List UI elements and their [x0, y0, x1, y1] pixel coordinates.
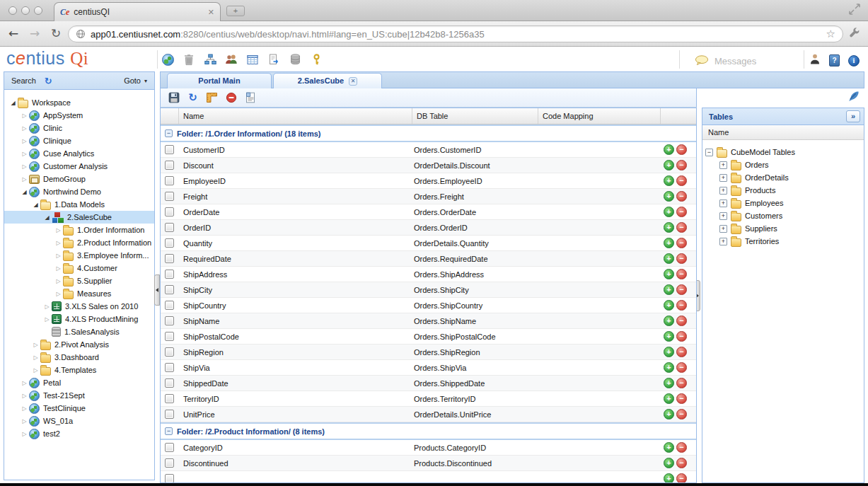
expand-arrow-icon[interactable]: ▷: [20, 163, 29, 170]
tree-item-orderdetails[interactable]: +OrderDetails: [705, 171, 861, 184]
tree-item-demogroup[interactable]: ▷DemoGroup: [4, 173, 154, 185]
bookmark-star-icon[interactable]: ☆: [826, 28, 835, 40]
row-checkbox[interactable]: [165, 285, 174, 294]
tab-portal-main[interactable]: Portal Main: [167, 73, 272, 88]
tree-item-ws-01a[interactable]: ▷WS_01a: [4, 415, 154, 427]
remove-button[interactable]: −: [676, 207, 687, 217]
expand-arrow-icon[interactable]: ▷: [20, 138, 29, 144]
group-header-row[interactable]: −Folder: /1.Order Information/ (18 items…: [161, 125, 696, 142]
expand-arrow-icon[interactable]: ▷: [20, 418, 29, 424]
collapse-arrow-icon[interactable]: ◢: [42, 214, 52, 221]
row-checkbox[interactable]: [165, 161, 174, 170]
expand-arrow-icon[interactable]: ▷: [42, 303, 52, 310]
table-row[interactable]: FreightOrders.Freight+−: [161, 189, 696, 204]
expand-node-icon[interactable]: +: [719, 238, 727, 245]
row-checkbox[interactable]: [165, 192, 174, 201]
add-button[interactable]: +: [664, 442, 674, 453]
refresh-icon[interactable]: ↻: [187, 92, 199, 104]
table-row[interactable]: ShipAddressOrders.ShipAddress+−: [161, 267, 696, 282]
remove-button[interactable]: −: [676, 347, 687, 357]
collapse-sidebar-handle[interactable]: [154, 274, 160, 306]
add-button[interactable]: +: [664, 316, 674, 326]
tree-item-petal[interactable]: ▷Petal: [4, 376, 154, 389]
add-button[interactable]: +: [664, 409, 674, 420]
help-icon[interactable]: ?: [829, 54, 840, 66]
collapse-panel-button[interactable]: »: [846, 110, 860, 122]
remove-button[interactable]: −: [676, 393, 687, 404]
tree-item-test2[interactable]: ▷test2: [4, 427, 154, 440]
table-row[interactable]: DiscountOrderDetails.Discount+−: [161, 158, 696, 173]
tree-item-products[interactable]: +Products: [705, 184, 861, 197]
remove-button[interactable]: −: [676, 253, 687, 264]
add-button[interactable]: +: [664, 458, 674, 468]
remove-button[interactable]: −: [676, 331, 687, 342]
tree-item-clinic[interactable]: ▷Clinic: [4, 122, 154, 134]
tree-item-1-salesanalysis[interactable]: 1.SalesAnalysis: [4, 325, 154, 338]
column-header-db-table[interactable]: DB Table: [412, 108, 538, 124]
tree-item-clinique[interactable]: ▷Clinique: [4, 134, 154, 147]
collapse-arrow-icon[interactable]: ◢: [31, 202, 40, 208]
add-button[interactable]: +: [664, 175, 674, 186]
expand-node-icon[interactable]: +: [719, 225, 727, 233]
row-checkbox[interactable]: [165, 474, 174, 483]
add-button[interactable]: +: [664, 284, 674, 295]
tree-item-2-product-information[interactable]: ▷2.Product Information: [4, 236, 154, 249]
add-button[interactable]: +: [664, 238, 674, 248]
table-row[interactable]: +−: [161, 471, 696, 483]
expand-arrow-icon[interactable]: ▷: [20, 151, 29, 157]
add-button[interactable]: +: [664, 300, 674, 311]
expand-window-icon[interactable]: [848, 3, 861, 18]
tree-item-4-customer[interactable]: ▷4.Customer: [4, 262, 154, 274]
expand-node-icon[interactable]: +: [719, 174, 727, 182]
expand-arrow-icon[interactable]: ▷: [20, 393, 29, 399]
add-button[interactable]: +: [664, 144, 674, 155]
table-icon[interactable]: [246, 53, 259, 66]
remove-button[interactable]: −: [676, 316, 687, 326]
tree-item-measures[interactable]: ▷Measures: [4, 287, 154, 300]
remove-button[interactable]: −: [676, 284, 687, 295]
tree-item-territories[interactable]: +Territories: [705, 235, 861, 248]
remove-button[interactable]: −: [676, 269, 687, 279]
row-checkbox[interactable]: [165, 378, 174, 388]
add-button[interactable]: +: [664, 253, 674, 264]
table-row[interactable]: TerritoryIDOrders.TerritoryID+−: [161, 391, 696, 407]
message-bubble-icon[interactable]: [695, 55, 709, 69]
remove-button[interactable]: −: [676, 238, 687, 248]
expand-node-icon[interactable]: +: [719, 187, 727, 195]
tree-item-orders[interactable]: +Orders: [705, 158, 861, 171]
collapse-arrow-icon[interactable]: ◢: [8, 100, 18, 106]
add-button[interactable]: +: [664, 378, 674, 388]
trash-icon[interactable]: [183, 53, 195, 66]
save-icon[interactable]: [168, 92, 180, 104]
database-icon[interactable]: [289, 53, 301, 66]
tree-item-cubemodel-tables[interactable]: −CubeModel Tables: [705, 146, 861, 158]
add-button[interactable]: +: [664, 191, 674, 202]
select-all-column-header[interactable]: [161, 108, 179, 124]
tree-item-2-salescube[interactable]: ◢2.SalesCube: [4, 211, 154, 224]
goto-dropdown[interactable]: Goto▾: [124, 76, 147, 85]
minimize-window-button[interactable]: [21, 6, 30, 15]
tree-item-4-templates[interactable]: ▷4.Templates: [4, 364, 154, 376]
tree-item-northwind-demo[interactable]: ◢Northwind Demo: [4, 185, 154, 198]
row-checkbox[interactable]: [165, 176, 174, 185]
tree-item-1-data-models[interactable]: ◢1.Data Models: [4, 198, 154, 211]
table-row[interactable]: ShipCityOrders.ShipCity+−: [161, 282, 696, 298]
row-checkbox[interactable]: [165, 301, 174, 310]
export-icon[interactable]: [267, 53, 280, 66]
table-row[interactable]: EmployeeIDOrders.EmployeeID+−: [161, 173, 696, 189]
remove-button[interactable]: −: [676, 191, 687, 202]
back-button[interactable]: ←: [8, 25, 18, 42]
row-checkbox[interactable]: [165, 332, 174, 341]
remove-button[interactable]: −: [676, 378, 687, 388]
tree-item-3-employee-inform[interactable]: ▷3.Employee Inform...: [4, 249, 154, 262]
user-icon[interactable]: [809, 53, 821, 68]
feather-icon[interactable]: [847, 91, 859, 105]
info-icon[interactable]: i: [848, 55, 860, 66]
table-row[interactable]: CustomerIDOrders.CustomerID+−: [161, 142, 696, 158]
table-row[interactable]: RequiredDateOrders.RequiredDate+−: [161, 251, 696, 267]
expand-arrow-icon[interactable]: ▷: [54, 278, 63, 284]
tree-item-employees[interactable]: +Employees: [705, 197, 861, 209]
tree-item-1-order-information[interactable]: ▷1.Order Information: [4, 224, 154, 236]
remove-button[interactable]: −: [676, 458, 687, 468]
search-button[interactable]: Search: [11, 76, 36, 85]
